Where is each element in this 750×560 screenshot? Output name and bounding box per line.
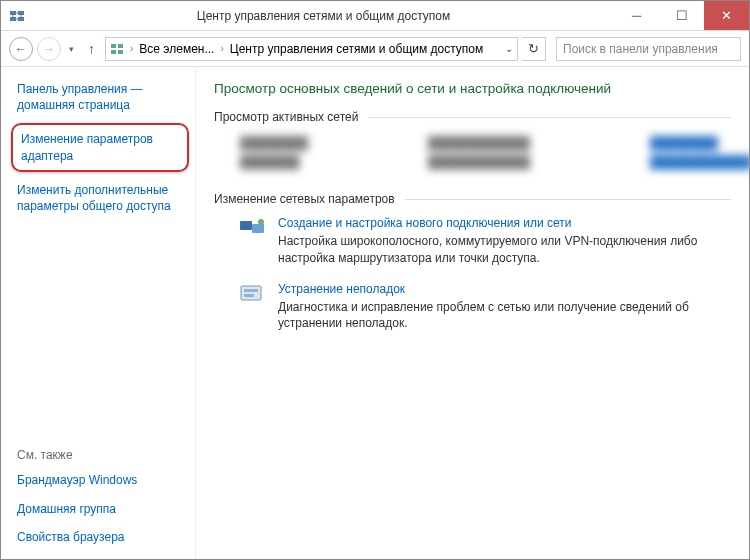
window-controls: ─ ☐ ✕ [614, 1, 749, 30]
sidebar-home-link[interactable]: Панель управления — домашняя страница [17, 81, 185, 113]
svg-rect-10 [111, 50, 116, 54]
svg-rect-16 [244, 289, 258, 292]
maximize-button[interactable]: ☐ [659, 1, 704, 30]
network-settings-heading: Изменение сетевых параметров [214, 192, 731, 206]
svg-rect-0 [10, 11, 16, 15]
sidebar-homegroup-link[interactable]: Домашняя группа [17, 501, 185, 517]
active-network-row: ███████████████ ████████████████████████… [240, 134, 731, 172]
titlebar: Центр управления сетями и общим доступом… [1, 1, 749, 31]
svg-rect-1 [18, 11, 24, 15]
address-dropdown-icon[interactable]: ⌄ [503, 43, 513, 54]
task-troubleshoot: Устранение неполадок Диагностика и испра… [238, 282, 731, 331]
active-networks-heading: Просмотр активных сетей [214, 110, 731, 124]
window-frame: Центр управления сетями и общим доступом… [0, 0, 750, 560]
task-troubleshoot-link[interactable]: Устранение неполадок [278, 282, 731, 296]
troubleshoot-icon [238, 282, 266, 306]
network-connections-blurred: ████████████████████ [650, 134, 749, 172]
history-dropdown-icon[interactable]: ▾ [65, 44, 78, 54]
sidebar-sharing-settings-link[interactable]: Изменить дополнительные параметры общего… [17, 182, 185, 214]
minimize-button[interactable]: ─ [614, 1, 659, 30]
back-button[interactable]: ← [9, 37, 33, 61]
new-connection-icon [238, 216, 266, 240]
control-panel-icon [110, 42, 124, 56]
task-new-connection-desc: Настройка широкополосного, коммутируемог… [278, 233, 731, 265]
svg-rect-3 [18, 17, 24, 21]
forward-button[interactable]: → [37, 37, 61, 61]
svg-rect-13 [252, 224, 264, 233]
task-new-connection-link[interactable]: Создание и настройка нового подключения … [278, 216, 731, 230]
svg-rect-9 [118, 44, 123, 48]
chevron-right-icon: › [128, 43, 135, 54]
svg-rect-12 [240, 221, 252, 230]
navbar: ← → ▾ ↑ › Все элемен... › Центр управлен… [1, 31, 749, 67]
network-type-blurred: ████████████████████████ [428, 134, 530, 172]
svg-rect-11 [118, 50, 123, 54]
sidebar-see-also-heading: См. также [17, 448, 185, 462]
breadcrumb-item[interactable]: Все элемен... [139, 42, 214, 56]
up-button[interactable]: ↑ [82, 41, 101, 57]
svg-rect-2 [10, 17, 16, 21]
task-troubleshoot-desc: Диагностика и исправление проблем с сеть… [278, 299, 731, 331]
main-pane: Просмотр основных сведений о сети и наст… [196, 67, 749, 559]
sidebar-adapter-settings-link[interactable]: Изменение параметров адаптера [11, 123, 189, 171]
svg-rect-17 [244, 294, 254, 297]
sidebar: Панель управления — домашняя страница Из… [1, 67, 196, 559]
task-new-connection: Создание и настройка нового подключения … [238, 216, 731, 265]
page-title: Просмотр основных сведений о сети и наст… [214, 81, 731, 96]
window-title: Центр управления сетями и общим доступом [33, 9, 614, 23]
svg-rect-15 [241, 286, 261, 300]
content-body: Панель управления — домашняя страница Из… [1, 67, 749, 559]
address-bar[interactable]: › Все элемен... › Центр управления сетям… [105, 37, 518, 61]
breadcrumb-item[interactable]: Центр управления сетями и общим доступом [230, 42, 484, 56]
close-button[interactable]: ✕ [704, 1, 749, 30]
sidebar-browser-link[interactable]: Свойства браузера [17, 529, 185, 545]
svg-rect-8 [111, 44, 116, 48]
svg-point-14 [258, 219, 264, 225]
chevron-right-icon: › [218, 43, 225, 54]
network-name-blurred: ███████████████ [240, 134, 308, 172]
refresh-button[interactable]: ↻ [522, 37, 546, 61]
search-input[interactable]: Поиск в панели управления [556, 37, 741, 61]
app-icon [9, 8, 25, 24]
sidebar-firewall-link[interactable]: Брандмауэр Windows [17, 472, 185, 488]
